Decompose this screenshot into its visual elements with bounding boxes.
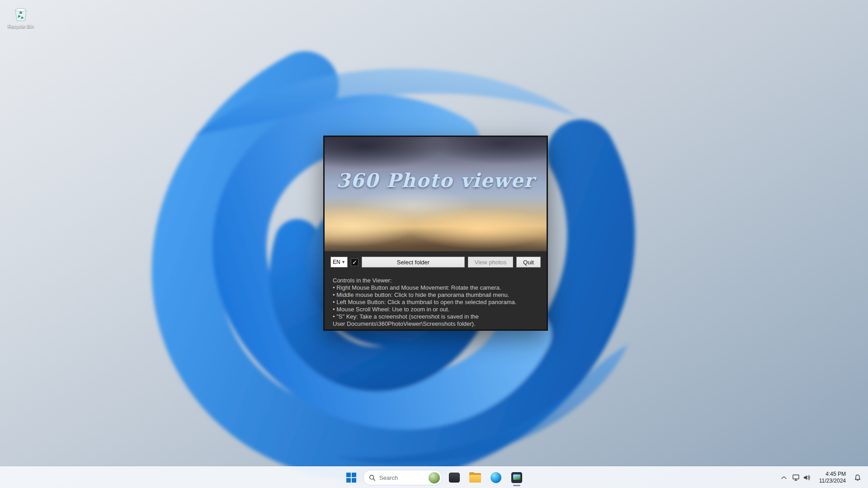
start-icon: [346, 473, 356, 483]
taskbar-center-group: [342, 467, 526, 488]
app-title: 360 Photo viewer: [325, 169, 547, 192]
instruction-line: • Left Mouse Button: Click a thumbnail t…: [333, 299, 538, 306]
option-checkbox[interactable]: [351, 258, 359, 266]
instruction-line: • Middle mouse button: Click to hide the…: [333, 291, 538, 299]
quit-button[interactable]: Quit: [516, 257, 541, 267]
taskbar-edge[interactable]: [487, 469, 505, 487]
search-input[interactable]: [379, 474, 425, 481]
recycle-bin-shortcut[interactable]: Recycle Bin: [4, 5, 38, 29]
instruction-line: • Mouse Scroll Wheel: Use to zoom in or …: [333, 306, 538, 313]
viewer-instructions: Controls in the Viewer: • Right Mouse Bu…: [325, 268, 547, 328]
running-app-indicator: [513, 485, 520, 486]
desktop: Recycle Bin 360 Photo viewer EN ▼ Select…: [0, 0, 868, 488]
notification-bell-icon: [854, 474, 861, 481]
file-explorer-icon: [469, 473, 481, 483]
hidden-icons-button[interactable]: [779, 469, 789, 487]
volume-icon: [803, 474, 811, 481]
notification-center-button[interactable]: [852, 469, 863, 487]
taskbar-search[interactable]: [363, 470, 443, 485]
instruction-line: User Documents\360PhotoViewer\Screenshot…: [333, 320, 538, 328]
taskbar: 4:45 PM 11/23/2024: [0, 466, 868, 488]
network-volume-group[interactable]: [790, 469, 813, 487]
dark-window-app-icon: [449, 473, 460, 483]
banner-image: 360 Photo viewer: [325, 137, 547, 251]
system-tray: 4:45 PM 11/23/2024: [779, 467, 868, 488]
instruction-line: Controls in the Viewer:: [333, 277, 538, 284]
recycle-bin-label: Recycle Bin: [4, 23, 38, 29]
chevron-up-icon: [781, 476, 787, 479]
clock-date: 11/23/2024: [819, 478, 846, 484]
search-seasonal-badge-icon[interactable]: [429, 472, 440, 483]
taskbar-file-explorer[interactable]: [466, 469, 484, 487]
clock[interactable]: 4:45 PM 11/23/2024: [814, 469, 851, 487]
launcher-controls: EN ▼ Select folder View photos Quit: [325, 256, 547, 268]
taskbar-photo-viewer-app[interactable]: [508, 469, 526, 487]
language-select[interactable]: EN ▼: [330, 257, 348, 267]
chevron-down-icon: ▼: [341, 260, 345, 264]
search-icon: [369, 474, 376, 481]
select-folder-button[interactable]: Select folder: [362, 257, 465, 267]
taskbar-app-dark-window[interactable]: [445, 469, 463, 487]
instruction-line: • "S" Key: Take a screenshot (screenshot…: [333, 313, 538, 320]
start-button[interactable]: [342, 469, 360, 487]
photo-viewer-window: 360 Photo viewer EN ▼ Select folder View…: [323, 136, 548, 331]
recycle-bin-icon: [12, 5, 30, 23]
instruction-line: • Right Mouse Button and Mouse Movement:…: [333, 284, 538, 291]
view-photos-button[interactable]: View photos: [468, 257, 513, 267]
photo-viewer-app-icon: [511, 472, 522, 483]
language-select-value: EN: [333, 259, 340, 265]
clock-time: 4:45 PM: [819, 471, 846, 478]
network-icon: [792, 474, 800, 481]
edge-icon: [491, 472, 501, 483]
